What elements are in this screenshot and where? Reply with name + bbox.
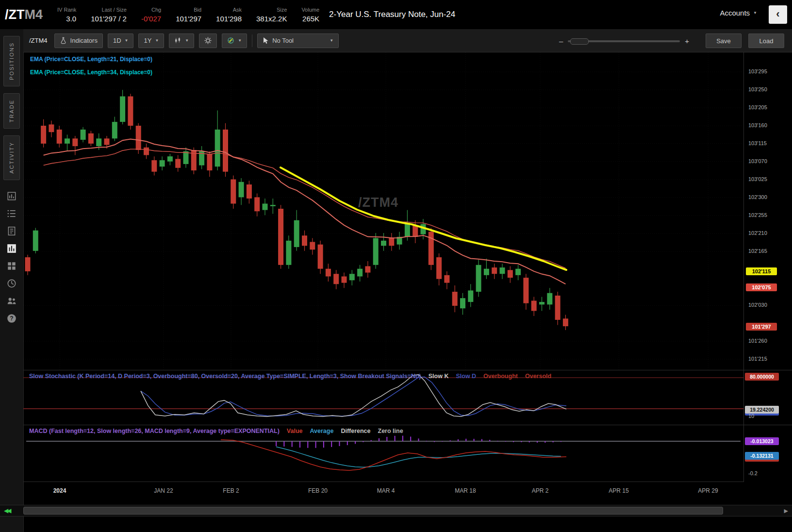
price-tick: 103'070 — [748, 158, 767, 164]
last-size-label: Last / Size — [102, 7, 127, 13]
symbol-root: /ZT — [5, 7, 25, 22]
scrollbar-handle[interactable] — [23, 507, 723, 515]
zero-line-legend: Zero line — [378, 428, 403, 434]
oversold-legend: Oversold — [525, 373, 551, 380]
time-axis-label: JAN 22 — [154, 487, 173, 494]
time-axis-label: FEB 2 — [223, 487, 239, 494]
change-label: Chg — [151, 7, 161, 13]
scan-icon[interactable] — [6, 191, 17, 201]
range-dropdown[interactable]: 1Y ▼ — [138, 33, 164, 48]
ask-field: Ask 101'298 — [216, 7, 242, 23]
scroll-to-start-icon[interactable]: ◀◀ — [4, 507, 10, 514]
time-axis-label: MAR 4 — [377, 487, 395, 494]
chart-symbol-label: /ZTM4 — [29, 37, 48, 44]
volume-value: 265K — [302, 15, 319, 23]
quote-fields: IV Rank 3.0 Last / Size 101'297 / 2 Chg … — [57, 7, 319, 23]
time-axis-label: APR 29 — [698, 487, 718, 494]
stochastic-study-label[interactable]: Slow Stochastic (K Period=14, D Period=3… — [29, 373, 421, 380]
timeframe-dropdown[interactable]: 1D ▼ — [108, 33, 134, 48]
scroll-right-icon[interactable]: ▶ — [784, 508, 788, 514]
trade-tab-label: TRADE — [9, 94, 15, 128]
zoom-slider-track[interactable] — [568, 40, 680, 42]
slow-d-legend: Slow D — [456, 373, 476, 380]
positions-tab-label: POSITIONS — [9, 36, 15, 86]
price-tick: 103'160 — [748, 122, 767, 128]
accounts-menu[interactable]: Accounts ▼ — [720, 9, 757, 17]
stochastic-label-row: Slow Stochastic (K Period=14, D Period=3… — [29, 373, 551, 380]
overbought-level-badge: 80.000000 — [745, 373, 779, 381]
candlestick-chart-icon — [174, 37, 182, 44]
indicators-flask-icon — [60, 37, 67, 44]
time-axis[interactable]: 2024JAN 22FEB 2FEB 20MAR 4MAR 18APR 2APR… — [23, 482, 743, 501]
marketwatch-list-icon[interactable] — [6, 208, 17, 219]
overbought-legend: Overbought — [483, 373, 518, 380]
last-size-field: Last / Size 101'297 / 2 — [91, 7, 127, 23]
price-level-badge: 101'297 — [746, 323, 777, 331]
bid-value: 101'297 — [176, 15, 201, 23]
time-axis-label: 2024 — [53, 487, 66, 494]
sidebar-tab-positions[interactable]: POSITIONS — [3, 36, 20, 86]
price-tick: 101'260 — [748, 338, 767, 344]
chevron-down-icon: ▼ — [125, 38, 129, 43]
accounts-label: Accounts — [720, 9, 750, 17]
zoom-slider-handle[interactable] — [570, 38, 589, 45]
sidebar-tab-trade[interactable]: TRADE — [3, 93, 20, 129]
last-size-value: 101'297 / 2 — [91, 15, 127, 23]
help-icon[interactable]: ? — [6, 313, 17, 324]
save-button[interactable]: Save — [706, 33, 742, 48]
chart-toolbar: /ZTM4 Indicators 1D ▼ 1Y ▼ ▼ ▼ No Tool ▼ — [23, 29, 792, 52]
chart-type-dropdown[interactable]: ▼ — [169, 33, 194, 48]
ema34-study-label[interactable]: EMA (Price=CLOSE, Length=34, Displace=0) — [30, 69, 152, 76]
price-tick: 101'215 — [748, 356, 767, 362]
history-clock-icon[interactable] — [6, 278, 17, 289]
chevron-left-icon: ‹ — [776, 8, 779, 20]
cursor-icon — [263, 37, 269, 44]
zoom-in-icon[interactable]: + — [685, 37, 689, 45]
size-value: 381x2.2K — [256, 15, 287, 23]
price-chart-canvas[interactable] — [23, 52, 743, 370]
trade-tools-icon[interactable] — [6, 226, 17, 236]
ask-value: 101'298 — [216, 15, 242, 23]
price-tick: 103'295 — [748, 68, 767, 74]
price-axis[interactable]: 103'295103'250103'205103'160103'115103'0… — [743, 52, 792, 370]
active-tool-dropdown[interactable]: No Tool ▼ — [257, 33, 339, 48]
charts-icon[interactable] — [6, 243, 17, 254]
indicators-button[interactable]: Indicators — [54, 33, 103, 48]
macd-panel: MACD (Fast length=12, Slow length=26, MA… — [23, 425, 743, 482]
average-legend: Average — [310, 428, 334, 434]
community-people-icon[interactable] — [6, 296, 17, 306]
apps-grid-icon[interactable] — [6, 261, 17, 271]
macd-label-row: MACD (Fast length=12, Slow length=26, MA… — [29, 428, 403, 434]
symbol-expiry: M4 — [25, 7, 43, 22]
volume-field: Volume 265K — [301, 7, 319, 23]
load-button[interactable]: Load — [748, 33, 784, 48]
chart-settings-button[interactable] — [199, 33, 217, 48]
price-tick: 102'030 — [748, 302, 767, 308]
symbol-watermark: /ZTM4 — [358, 195, 398, 210]
difference-value-badge: -0.013023 — [745, 437, 779, 445]
slow-k-value-badge: 19.224200 — [745, 406, 779, 414]
time-axis-label: APR 15 — [609, 487, 628, 494]
price-tick: 103'025 — [748, 176, 767, 182]
sidebar-tab-activity[interactable]: ACTIVITY — [3, 135, 20, 180]
stochastic-axis[interactable]: 80.000000 19.224200 10 — [743, 370, 792, 425]
trading-platform-window: /ZTM4 IV Rank 3.0 Last / Size 101'297 / … — [0, 0, 792, 532]
macd-axis[interactable]: -0.013023 -0.132131 -0.2 — [743, 425, 792, 482]
time-axis-label: FEB 20 — [308, 487, 328, 494]
change-value: -0'027 — [141, 15, 161, 23]
stochastic-panel: Slow Stochastic (K Period=14, D Period=3… — [23, 370, 743, 425]
bid-field: Bid 101'297 — [176, 7, 201, 23]
macd-axis-tick: -0.2 — [748, 470, 758, 476]
chevron-down-icon: ▼ — [238, 38, 242, 43]
symbol-title: /ZTM4 — [5, 7, 43, 22]
zoom-out-icon[interactable]: – — [559, 37, 563, 45]
ema21-study-label[interactable]: EMA (Price=CLOSE, Length=21, Displace=0) — [30, 56, 152, 63]
chevron-down-icon: ▼ — [155, 38, 159, 43]
active-tool-label: No Tool — [272, 37, 326, 44]
chevron-down-icon: ▼ — [753, 11, 757, 15]
macd-study-label[interactable]: MACD (Fast length=12, Slow length=26, MA… — [29, 428, 280, 434]
drawing-set-dropdown[interactable]: ▼ — [222, 33, 247, 48]
collapse-panel-button[interactable]: ‹ — [769, 5, 787, 24]
slow-k-legend: Slow K — [429, 373, 449, 380]
value-legend: Value — [287, 428, 303, 434]
